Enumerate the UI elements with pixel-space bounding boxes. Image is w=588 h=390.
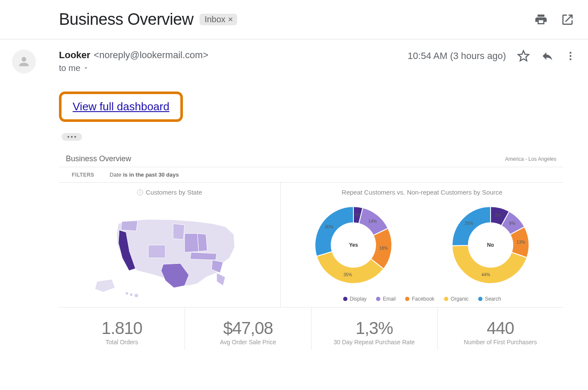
kpi-tile: 1.810Total Orders (59, 307, 185, 350)
dashboard-title: Business Overview (66, 154, 131, 163)
filter-prefix: Date (110, 171, 123, 178)
svg-point-9 (135, 294, 138, 297)
legend-item: Organic (444, 296, 469, 302)
svg-point-5 (71, 136, 73, 138)
legend-label: Email (383, 296, 396, 302)
svg-point-1 (570, 52, 571, 53)
more-options-icon[interactable] (565, 50, 576, 62)
svg-text:14%: 14% (368, 219, 377, 224)
filters-label: FILTERS (72, 172, 94, 178)
legend-item: Display (343, 296, 367, 302)
svg-text:25%: 25% (465, 221, 473, 226)
kpi-label: 30 Day Repeat Purchase Rate (315, 339, 434, 346)
svg-point-7 (126, 292, 128, 295)
panel-repeat-customers: Repeat Customers vs. Non-repeat Customer… (281, 183, 563, 307)
sender-avatar[interactable] (12, 50, 36, 74)
sender-block: Looker <noreply@lookermail.com> to me (59, 50, 408, 73)
kpi-tile: 440Number of First Purchasers (437, 307, 563, 350)
svg-point-4 (68, 136, 69, 138)
reply-icon[interactable] (541, 50, 554, 62)
email-meta-row: Looker <noreply@lookermail.com> to me 10… (0, 39, 588, 74)
star-icon[interactable] (517, 50, 530, 62)
kpi-value: 1,3% (315, 319, 434, 338)
donut-legend: DisplayEmailFacebookOrganicSearch (285, 296, 559, 302)
kpi-tile: 1,3%30 Day Repeat Purchase Rate (311, 307, 437, 350)
svg-text:35%: 35% (344, 272, 352, 277)
donut-chart-no: 8%9%13%44%25% No (441, 200, 540, 290)
legend-swatch (343, 297, 347, 301)
kpi-value: 440 (441, 319, 560, 338)
svg-text:13%: 13% (517, 240, 525, 245)
legend-label: Search (485, 296, 501, 302)
svg-point-6 (74, 136, 76, 138)
email-meta-actions: 10:54 AM (3 hours ago) (408, 50, 576, 62)
legend-item: Email (376, 296, 396, 302)
view-dashboard-highlight: View full dashboard (59, 92, 183, 122)
legend-label: Display (350, 296, 367, 302)
dashboard-preview: Business Overview America - Los Angeles … (59, 154, 563, 350)
kpi-label: Avg Order Sale Price (188, 339, 307, 346)
donut-panel-title: Repeat Customers vs. Non-repeat Customer… (342, 189, 503, 196)
expand-recipients-icon[interactable] (83, 63, 89, 73)
print-icon[interactable] (534, 13, 548, 27)
to-text: to me (59, 63, 80, 73)
inbox-label-chip[interactable]: Inbox × (200, 14, 238, 25)
filter-bold: is in the past 30 days (123, 171, 179, 178)
legend-item: Facebook (405, 296, 435, 302)
panel-customers-by-state: i Customers by State (59, 183, 281, 307)
recipient-line[interactable]: to me (59, 63, 408, 73)
show-trimmed-content-icon[interactable] (62, 133, 82, 141)
kpi-value: 1.810 (62, 319, 181, 338)
donut-chart-yes: 4%14%18%35%30% Yes (304, 200, 403, 290)
legend-swatch (444, 297, 448, 301)
kpi-value: $47,08 (188, 319, 307, 338)
svg-text:4%: 4% (354, 213, 361, 217)
sender-name: Looker (59, 50, 90, 61)
dashboard-timezone: America - Los Angeles (505, 156, 556, 163)
svg-text:30%: 30% (325, 225, 333, 229)
svg-text:44%: 44% (482, 272, 490, 277)
kpi-label: Total Orders (62, 339, 181, 346)
header-actions (534, 13, 574, 27)
svg-point-8 (130, 293, 132, 296)
kpi-label: Number of First Purchasers (441, 339, 560, 346)
svg-text:8%: 8% (495, 213, 501, 218)
filter-description: Date is in the past 30 days (110, 171, 179, 178)
email-timestamp: 10:54 AM (3 hours ago) (408, 50, 506, 62)
email-body: View full dashboard Business Overview Am… (59, 92, 588, 350)
sender-email: <noreply@lookermail.com> (94, 50, 208, 61)
legend-item: Search (478, 296, 501, 302)
kpi-tile: $47,08Avg Order Sale Price (185, 307, 311, 350)
svg-point-0 (544, 19, 545, 20)
svg-point-2 (570, 55, 571, 57)
view-full-dashboard-link[interactable]: View full dashboard (73, 100, 169, 113)
info-icon: i (137, 189, 143, 195)
dashboard-filter-bar: FILTERS Date is in the past 30 days (59, 167, 563, 183)
svg-text:18%: 18% (379, 246, 388, 251)
legend-label: Organic (451, 296, 469, 302)
svg-point-3 (570, 58, 571, 60)
svg-text:9%: 9% (509, 221, 515, 226)
legend-swatch (478, 297, 482, 301)
kpi-row: 1.810Total Orders$47,08Avg Order Sale Pr… (59, 307, 563, 350)
email-header: Business Overview Inbox × (0, 0, 588, 39)
legend-label: Facebook (412, 296, 435, 302)
remove-label-icon[interactable]: × (228, 15, 233, 24)
email-subject: Business Overview (59, 10, 194, 29)
inbox-label-text: Inbox (205, 15, 226, 24)
open-in-new-icon[interactable] (561, 13, 574, 27)
map-panel-title: Customers by State (146, 189, 202, 196)
us-map-chart (63, 200, 276, 298)
legend-swatch (405, 297, 409, 301)
legend-swatch (376, 297, 380, 301)
